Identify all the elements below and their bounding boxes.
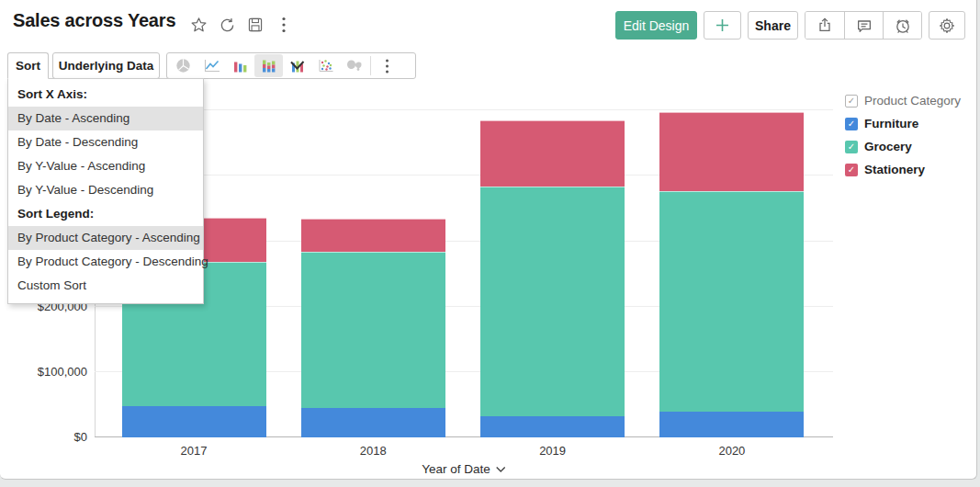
page-title: Sales across Years xyxy=(13,10,175,31)
header-actions: Edit Design Share xyxy=(615,11,965,40)
chevron-down-icon xyxy=(495,466,506,473)
stacked-bar-chart-icon[interactable] xyxy=(254,54,283,77)
legend-label-grocery: Grocery xyxy=(864,140,912,153)
bar-2019-grocery[interactable] xyxy=(480,187,625,416)
sort-menu-header-sort-legend: Sort Legend: xyxy=(8,202,203,226)
sort-menu-item-custom-sort[interactable]: Custom Sort xyxy=(8,274,203,298)
x-axis-label-2020: 2020 xyxy=(718,444,745,458)
underlying-data-button[interactable]: Underlying Data xyxy=(52,52,160,79)
x-axis-label-2019: 2019 xyxy=(539,444,566,458)
x-axis-title[interactable]: Year of Date xyxy=(422,462,506,476)
alarm-icon[interactable] xyxy=(883,12,921,39)
x-axis-label-2017: 2017 xyxy=(181,444,208,458)
export-icon[interactable] xyxy=(805,12,844,39)
edit-design-button[interactable]: Edit Design xyxy=(615,11,697,40)
sort-menu-item-by-product-category-ascending[interactable]: By Product Category - Ascending xyxy=(8,226,203,250)
map-chart-icon[interactable] xyxy=(340,54,368,77)
y-axis-tick-label: $0 xyxy=(23,430,87,444)
bar-2018-grocery[interactable] xyxy=(301,252,445,408)
plus-icon xyxy=(715,17,730,33)
bar-chart-icon[interactable] xyxy=(226,54,254,77)
header-icon-button-group xyxy=(805,11,922,40)
legend-title: Product Category xyxy=(864,94,961,108)
legend-title-row[interactable]: ✓Product Category xyxy=(845,94,961,108)
scatter-chart-icon[interactable] xyxy=(311,54,340,77)
gridline xyxy=(95,109,833,110)
sort-menu-item-by-y-value-ascending[interactable]: By Y-Value - Ascending xyxy=(8,154,203,178)
gear-icon xyxy=(938,17,956,35)
legend-label-furniture: Furniture xyxy=(864,117,918,130)
sort-menu: Sort X Axis:By Date - AscendingBy Date -… xyxy=(7,78,204,304)
legend-item-furniture[interactable]: ✓Furniture xyxy=(845,117,961,130)
sort-menu-item-by-product-category-descending[interactable]: By Product Category - Descending xyxy=(8,250,203,274)
legend: ✓Product Category✓Furniture✓Grocery✓Stat… xyxy=(845,94,961,186)
bar-2019-stationery[interactable] xyxy=(480,120,625,187)
bar-2018-stationery[interactable] xyxy=(301,219,445,252)
sort-menu-item-by-date-descending[interactable]: By Date - Descending xyxy=(8,130,203,154)
save-icon[interactable] xyxy=(246,16,265,34)
bar-2020-grocery[interactable] xyxy=(659,191,804,412)
bar-2017-furniture[interactable] xyxy=(122,406,266,437)
title-action-icons xyxy=(189,16,293,34)
bar-2020-stationery[interactable] xyxy=(659,112,804,191)
line-chart-icon[interactable] xyxy=(197,54,226,77)
star-icon[interactable] xyxy=(189,16,208,34)
bar-2019-furniture[interactable] xyxy=(480,416,625,438)
kebab-icon[interactable] xyxy=(275,16,293,34)
legend-item-stationery[interactable]: ✓Stationery xyxy=(845,163,961,176)
bar-2018-furniture[interactable] xyxy=(301,408,445,437)
legend-checkbox-stationery[interactable]: ✓ xyxy=(845,164,858,176)
more-icon[interactable] xyxy=(373,54,401,77)
sort-menu-item-by-y-value-descending[interactable]: By Y-Value - Descending xyxy=(8,178,203,202)
refresh-icon[interactable] xyxy=(218,16,236,34)
settings-button[interactable] xyxy=(929,11,965,40)
toolbar-divider xyxy=(370,56,371,75)
chart-type-switcher xyxy=(166,52,416,79)
sort-menu-header-sort-x-axis: Sort X Axis: xyxy=(8,83,203,107)
legend-item-grocery[interactable]: ✓Grocery xyxy=(845,140,961,153)
legend-title-checkbox[interactable]: ✓ xyxy=(845,95,858,108)
pie-chart-icon[interactable] xyxy=(169,54,197,77)
y-axis-tick-label: $100,000 xyxy=(23,365,87,379)
share-button[interactable]: Share xyxy=(748,11,798,40)
report-card: Sales across Years Edit Design Share xyxy=(0,0,977,480)
legend-checkbox-furniture[interactable]: ✓ xyxy=(845,118,858,130)
combo-chart-icon[interactable] xyxy=(283,54,311,77)
sort-menu-item-by-date-ascending[interactable]: By Date - Ascending xyxy=(8,107,203,130)
comment-icon[interactable] xyxy=(844,12,883,39)
sort-button[interactable]: Sort xyxy=(7,52,49,79)
add-button[interactable] xyxy=(704,11,741,40)
bar-2020-furniture[interactable] xyxy=(659,412,804,438)
x-axis-title-label: Year of Date xyxy=(422,462,490,476)
chart-toolbar: Sort Underlying Data xyxy=(0,52,976,80)
legend-checkbox-grocery[interactable]: ✓ xyxy=(845,141,858,153)
header: Sales across Years Edit Design Share xyxy=(0,0,976,52)
x-axis-label-2018: 2018 xyxy=(360,444,387,458)
legend-label-stationery: Stationery xyxy=(864,163,925,176)
